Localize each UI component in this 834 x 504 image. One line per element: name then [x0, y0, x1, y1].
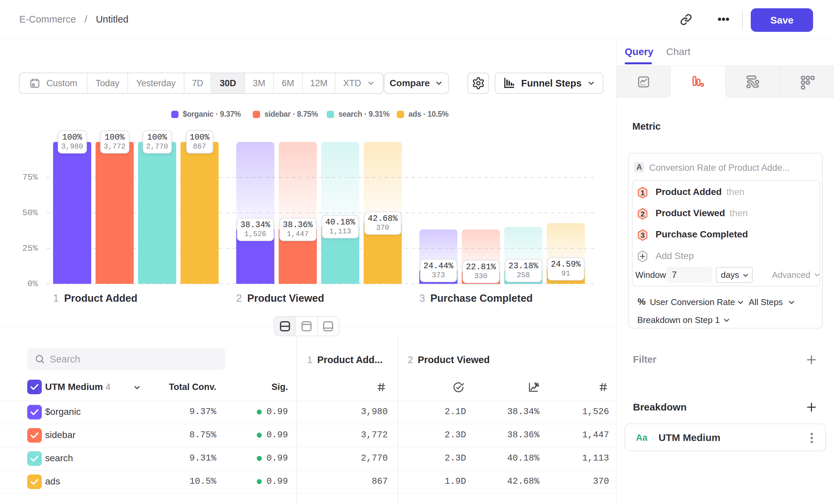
svg-text:3: 3: [641, 231, 644, 239]
svg-text:2: 2: [641, 210, 644, 218]
svg-text:1: 1: [641, 189, 644, 197]
